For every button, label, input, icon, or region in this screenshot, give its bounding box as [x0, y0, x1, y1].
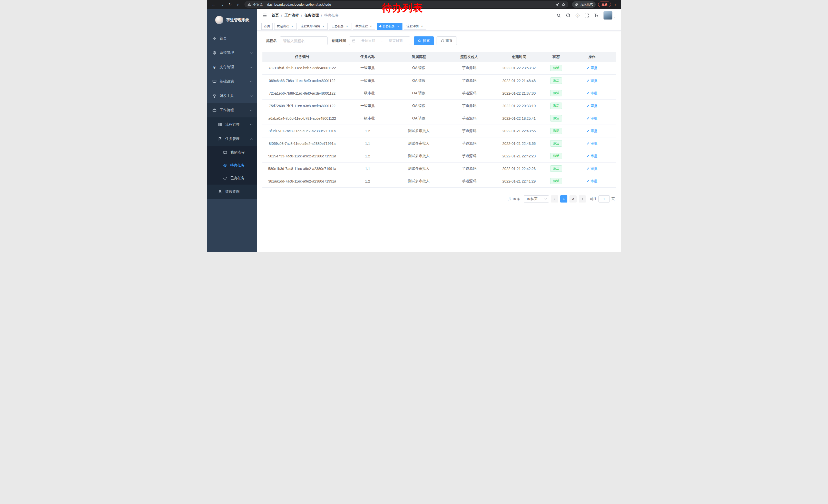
sidebar-item-my-process[interactable]: 我的流程 [207, 146, 257, 159]
approve-link[interactable]: 审批 [586, 116, 597, 121]
update-button[interactable]: 更新 [598, 2, 611, 7]
breadcrumb-task-mgmt[interactable]: 任务管理 [304, 13, 319, 18]
yen-icon: ¥ [212, 65, 217, 69]
chevron-right-icon [581, 198, 583, 200]
sidebar-item-workflow[interactable]: 工作流程 [207, 103, 257, 118]
user-menu[interactable] [603, 11, 616, 20]
sidebar-item-system[interactable]: 系统管理 [207, 46, 257, 60]
incognito-badge: 无痕模式 [572, 1, 595, 8]
reload-icon[interactable]: ↻ [227, 1, 234, 8]
tab-done-tasks[interactable]: 已办任务 × [329, 23, 351, 30]
breadcrumb-home[interactable]: 首页 [272, 13, 279, 18]
approve-link[interactable]: 审批 [586, 154, 597, 158]
back-icon[interactable]: ← [210, 1, 217, 8]
avatar[interactable] [603, 11, 613, 20]
cell-initiator: 芋道源码 [445, 125, 494, 137]
reset-button[interactable]: 重置 [437, 36, 457, 45]
date-range-picker[interactable]: 开始日期 - 结束日期 [349, 36, 410, 45]
sidebar-item-task-mgmt[interactable]: 任务管理 [207, 132, 257, 146]
approve-link-label: 审批 [590, 103, 597, 108]
start-date-placeholder[interactable]: 开始日期 [357, 39, 380, 43]
sidebar-collapse-icon[interactable] [262, 13, 267, 18]
approve-link[interactable]: 审批 [586, 166, 597, 171]
sidebar-item-payment[interactable]: ¥ 支付管理 [207, 60, 257, 74]
cell-actions: 审批 [568, 112, 616, 125]
search-icon[interactable] [556, 13, 561, 18]
sidebar-item-home[interactable]: 首页 [207, 31, 257, 46]
help-icon[interactable]: ? [575, 13, 580, 18]
app-logo[interactable]: 芋道管理系统 [207, 9, 257, 31]
cell-process: 测试多审批人 [393, 137, 445, 150]
close-icon[interactable]: × [396, 25, 400, 28]
security-label[interactable]: 不安全 [253, 2, 263, 7]
approve-link[interactable]: 审批 [586, 141, 597, 146]
tab-label: 首页 [264, 24, 270, 29]
tab-process-detail[interactable]: 流程详情 × [404, 23, 426, 30]
breadcrumb-workflow[interactable]: 工作流程 [285, 13, 299, 18]
tab-home[interactable]: 首页 [261, 23, 273, 30]
sidebar-item-devtools[interactable]: 研发工具 [207, 89, 257, 103]
approve-link[interactable]: 审批 [586, 65, 597, 70]
close-icon[interactable]: × [290, 25, 294, 28]
home-icon[interactable]: ⌂ [235, 1, 242, 8]
github-icon[interactable] [566, 13, 571, 18]
bookmark-star-icon[interactable] [562, 3, 565, 6]
close-icon[interactable]: × [420, 25, 424, 28]
close-icon[interactable]: × [369, 25, 373, 28]
key-icon[interactable] [555, 3, 560, 6]
sidebar-item-infra[interactable]: 基础设施 [207, 74, 257, 89]
sidebar-item-process-mgmt[interactable]: 流程管理 [207, 118, 257, 132]
end-date-placeholder[interactable]: 结束日期 [384, 39, 407, 43]
tab-my-process[interactable]: 我的流程 × [353, 23, 375, 30]
cell-status: 激活 [544, 62, 568, 74]
cell-actions: 审批 [568, 162, 616, 175]
prev-page-button[interactable] [551, 195, 558, 202]
page-content: 流程名 创建时间 开始日期 - 结束日期 搜索 [257, 31, 621, 252]
process-name-input[interactable] [280, 36, 328, 45]
breadcrumb-separator: / [301, 13, 302, 17]
close-icon[interactable]: × [321, 25, 325, 28]
col-initiator: 流程发起人 [445, 52, 494, 62]
logo-image [215, 16, 224, 25]
tab-form-edit[interactable]: 流程表单-编辑 × [298, 23, 328, 30]
cell-task-id: 580e1b3d-7ac8-11ec-a9e2-a2380e71991a [262, 162, 342, 175]
next-page-button[interactable] [579, 195, 586, 202]
col-task-name: 任务名称 [342, 52, 393, 62]
chevron-down-icon [545, 197, 547, 199]
browser-menu-icon[interactable]: ⋮ [612, 2, 618, 7]
approve-link[interactable]: 审批 [586, 179, 597, 184]
tab-todo-tasks[interactable]: 待办任务 × [377, 23, 403, 30]
font-size-icon[interactable] [594, 13, 598, 18]
breadcrumb: 首页 / 工作流程 / 任务管理 / 待办任务 [272, 13, 339, 18]
cell-actions: 审批 [568, 62, 616, 74]
page-size-select[interactable]: 10条/页 [524, 195, 549, 202]
approve-link-label: 审批 [590, 166, 597, 171]
page-unit-label: 页 [612, 197, 615, 201]
cell-process: OA 请假 [393, 87, 445, 99]
goto-page-input[interactable] [598, 195, 610, 202]
page-button-2[interactable]: 2 [570, 195, 577, 202]
sidebar-item-todo-tasks[interactable]: 待办任务 [207, 159, 257, 172]
sidebar-item-label: 首页 [219, 36, 227, 41]
search-button-label: 搜索 [423, 39, 430, 43]
cell-status: 激活 [544, 74, 568, 87]
tab-start-process[interactable]: 发起流程 × [274, 23, 296, 30]
address-bar[interactable]: 不安全 dashboard.yudao.iocoder.cn/bpm/task/… [244, 1, 569, 8]
fullscreen-icon[interactable] [585, 13, 589, 18]
approve-link[interactable]: 审批 [586, 91, 597, 96]
page-button-1[interactable]: 1 [560, 195, 567, 202]
url-text[interactable]: dashboard.yudao.iocoder.cn/bpm/task/todo [267, 3, 331, 6]
status-badge: 激活 [550, 178, 562, 184]
sidebar-item-done-tasks[interactable]: 已办任务 [207, 172, 257, 185]
forward-icon[interactable]: → [218, 1, 225, 8]
approve-link[interactable]: 审批 [586, 129, 597, 133]
cell-task-name: 一级审批 [342, 112, 393, 125]
status-badge: 激活 [550, 65, 562, 71]
approve-link[interactable]: 审批 [586, 103, 597, 108]
sidebar-item-label: 研发工具 [219, 94, 234, 98]
sidebar-item-leave-query[interactable]: 请假查询 [207, 185, 257, 199]
search-button[interactable]: 搜索 [414, 36, 434, 45]
approve-link[interactable]: 审批 [586, 79, 597, 83]
approve-link-label: 审批 [590, 141, 597, 146]
close-icon[interactable]: × [345, 25, 349, 28]
